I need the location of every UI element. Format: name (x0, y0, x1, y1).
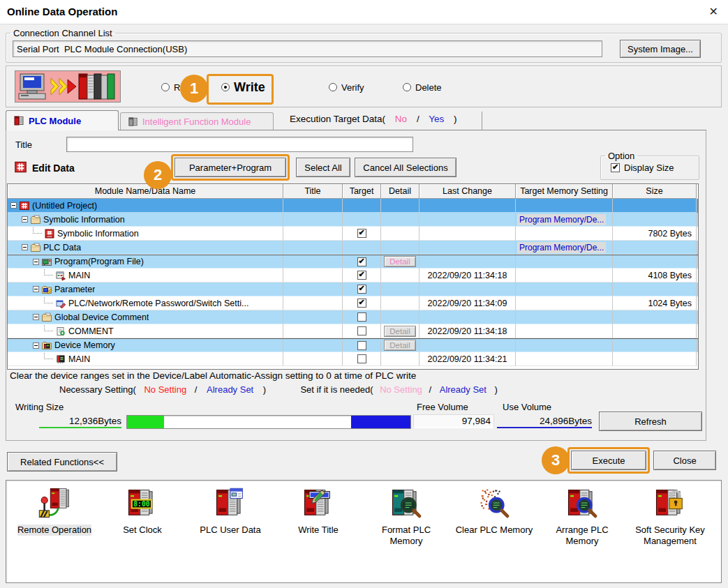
table-row[interactable]: PLC DataProgram Memory/De... (8, 241, 698, 255)
setting-status-line: Necessary Setting( No Setting / Already … (59, 384, 498, 395)
table-row[interactable]: COMMENTDetail2022/09/20 11:34:18 (8, 324, 698, 338)
close-button[interactable]: Close (653, 451, 716, 470)
related-functions-toggle-button[interactable]: Related Functions<< (7, 452, 117, 472)
collapse-expander-icon[interactable] (22, 244, 28, 250)
select-all-button[interactable]: Select All (296, 158, 350, 177)
table-row[interactable]: Symbolic Information7802 Bytes (8, 227, 698, 241)
data-name-label: MAIN (68, 271, 90, 280)
target-memory-setting[interactable]: Program Memory/De... (517, 214, 606, 225)
set-clock-icon: 8:00 (124, 486, 161, 521)
related-function-set-clock[interactable]: 8:00Set Clock (98, 486, 186, 536)
execute-button[interactable]: Execute (571, 451, 646, 470)
last-change-value: 2022/09/20 11:34:18 (419, 269, 516, 282)
execution-target-no: No (395, 114, 407, 124)
related-function-label: Set Clock (123, 525, 162, 536)
radio-delete[interactable]: Delete (403, 66, 442, 108)
size-value (613, 255, 697, 269)
table-row[interactable]: (Untitled Project) (8, 199, 698, 213)
related-function-remote-operation[interactable]: Remote Operation (10, 486, 98, 536)
related-function-label: Clear PLC Memory (456, 525, 533, 536)
target-checkbox[interactable] (357, 257, 366, 266)
target-checkbox[interactable] (357, 229, 366, 238)
related-function-label: Arrange PLCMemory (556, 525, 608, 547)
radio-icon (221, 83, 230, 91)
detail-button: Detail (384, 326, 416, 337)
execution-target-data: Execution Target Data( No / Yes ) (290, 114, 463, 124)
table-row[interactable]: Program(Program File)Detail (8, 255, 698, 269)
title-field-input[interactable] (66, 137, 413, 152)
connection-channel-field: Serial Port PLC Module Connection(USB) (13, 40, 602, 57)
free-volume-label: Free Volume (417, 402, 468, 412)
target-checkbox[interactable] (357, 326, 366, 336)
close-icon[interactable]: ✕ (709, 5, 718, 18)
collapse-expander-icon[interactable] (22, 216, 28, 223)
device-icon (55, 354, 66, 365)
target-checkbox[interactable] (357, 271, 366, 280)
last-change-value: 2022/09/20 11:34:21 (419, 352, 516, 366)
last-change-value: 2022/09/20 11:34:09 (419, 296, 516, 310)
target-checkbox[interactable] (357, 299, 366, 308)
last-change-value (419, 339, 516, 352)
system-image-button[interactable]: System Image... (620, 40, 701, 58)
annotation-step-3: 3 (542, 446, 570, 474)
memory-usage-bar (126, 415, 411, 429)
radio-icon (403, 83, 411, 91)
necessary-already-set: Already Set (207, 384, 253, 395)
last-change-value (419, 241, 516, 255)
table-row[interactable]: PLC/Network/Remote Password/Switch Setti… (8, 296, 698, 310)
clear-device-note: Clear the device ranges set in the Devic… (10, 370, 416, 381)
writing-size-label: Writing Size (15, 402, 64, 412)
target-checkbox[interactable] (357, 312, 366, 322)
collapse-expander-icon[interactable] (33, 286, 39, 292)
soft-security-key-icon (652, 486, 688, 521)
table-row[interactable]: Global Device Comment (8, 310, 698, 324)
target-checkbox[interactable] (357, 354, 366, 363)
table-row[interactable]: Device MemoryDetail (8, 338, 698, 352)
program-icon (55, 270, 66, 281)
cancel-all-selections-button[interactable]: Cancel All Selections (355, 158, 456, 177)
needed-no-setting: No Setting (380, 384, 422, 395)
size-value: 1024 Bytes (613, 296, 697, 310)
data-name-label: Parameter (54, 285, 95, 294)
related-function-arrange-plc-memory[interactable]: Arrange PLCMemory (538, 486, 626, 547)
radio-verify[interactable]: Verify (329, 66, 364, 108)
size-value (613, 339, 697, 352)
table-row[interactable]: Symbolic InformationProgram Memory/De... (8, 213, 698, 227)
folder-icon (30, 214, 41, 225)
related-function-write-title[interactable]: Write Title (274, 486, 362, 536)
parameter-program-button[interactable]: Parameter+Program (174, 158, 286, 177)
collapse-expander-icon[interactable] (10, 202, 17, 209)
tab-plc-module[interactable]: PLC Module (6, 110, 119, 130)
annotation-step-2: 2 (144, 161, 172, 189)
collapse-expander-icon[interactable] (33, 259, 39, 265)
related-function-plc-user-data[interactable]: PLC User Data (186, 486, 274, 536)
related-function-format-plc-memory[interactable]: Format PLCMemory (362, 486, 450, 547)
collapse-expander-icon[interactable] (33, 342, 39, 349)
tree-connector-line (44, 297, 53, 303)
detail-button: Detail (384, 340, 416, 351)
table-row[interactable]: MAIN2022/09/20 11:34:184108 Bytes (8, 269, 698, 282)
table-row[interactable]: Parameter (8, 282, 698, 296)
related-function-label: Write Title (298, 525, 339, 536)
detail-button[interactable]: Detail (384, 256, 416, 267)
related-function-clear-plc-memory[interactable]: Clear PLC Memory (450, 486, 538, 536)
last-change-value (419, 310, 516, 324)
refresh-button[interactable]: Refresh (599, 412, 702, 431)
target-checkbox[interactable] (357, 341, 366, 350)
last-change-value (419, 227, 516, 241)
use-volume-label: Use Volume (503, 402, 551, 412)
related-function-soft-security-key[interactable]: Soft Security KeyManagement (626, 486, 714, 547)
display-size-checkbox[interactable] (611, 163, 620, 172)
remote-operation-icon (36, 486, 73, 521)
target-memory-setting[interactable]: Program Memory/De... (517, 242, 606, 253)
table-row[interactable]: MAIN2022/09/20 11:34:21 (8, 352, 698, 366)
symbolic-icon (44, 228, 55, 239)
tab-intelligent-function-module[interactable]: Intelligent Function Module (120, 112, 274, 130)
write-title-icon (300, 486, 336, 521)
radio-write[interactable]: Write (221, 66, 265, 108)
connection-channel-legend: Connection Channel List (10, 28, 115, 38)
collapse-expander-icon[interactable] (33, 314, 39, 320)
last-change-value (419, 255, 516, 269)
target-checkbox[interactable] (357, 285, 366, 294)
table-body: (Untitled Project)Symbolic InformationPr… (8, 199, 698, 366)
